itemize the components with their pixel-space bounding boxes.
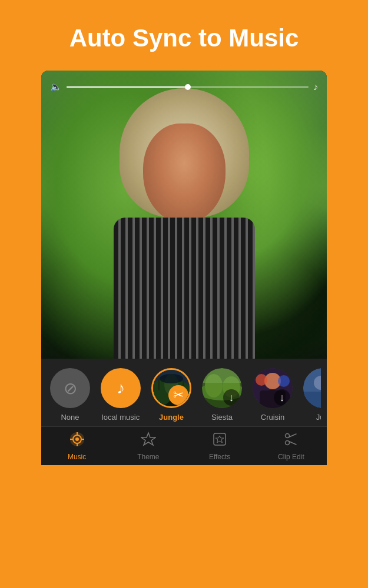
tab-music[interactable]: Music	[41, 427, 112, 465]
music-circle-ju	[303, 368, 321, 408]
svg-point-19	[256, 374, 267, 386]
shirt-element	[114, 218, 255, 359]
music-label-cruisin: Cruisin	[261, 413, 284, 422]
siesta-download-icon: ↓	[223, 389, 240, 406]
volume-icon: 🔈	[50, 81, 62, 92]
svg-marker-34	[216, 436, 224, 443]
jungle-scissors-icon: ✂	[168, 385, 188, 405]
tab-theme-label: Theme	[137, 453, 159, 461]
svg-point-7	[160, 374, 183, 383]
svg-rect-5	[158, 379, 160, 390]
music-circle-siesta: ↓	[202, 368, 242, 408]
bottom-nav: Music Theme Effects	[41, 426, 327, 465]
tab-effects[interactable]: Effects	[184, 427, 256, 465]
person-photo	[108, 88, 261, 359]
music-item-siesta[interactable]: ↓ Siesta	[202, 368, 242, 422]
svg-marker-32	[141, 433, 155, 445]
music-item-cruisin[interactable]: ↓ Cruisin	[253, 368, 293, 422]
svg-rect-13	[202, 368, 242, 383]
music-item-ju[interactable]: Ju...	[303, 368, 321, 422]
music-items-list: ⊘ None ♪ local music	[47, 368, 321, 422]
header: Auto Sync to Music	[0, 0, 368, 71]
clip-edit-tab-icon	[283, 432, 299, 450]
music-label-local: local music	[102, 413, 140, 422]
music-selector: ⊘ None ♪ local music	[41, 359, 327, 426]
effects-tab-icon	[212, 432, 227, 450]
cruisin-download-icon: ↓	[274, 389, 290, 406]
progress-dot	[185, 84, 191, 90]
tab-effects-label: Effects	[209, 453, 230, 461]
tab-music-label: Music	[68, 453, 86, 461]
svg-point-20	[278, 375, 290, 387]
music-item-local[interactable]: ♪ local music	[101, 368, 141, 422]
svg-rect-23	[303, 392, 321, 408]
music-label-siesta: Siesta	[211, 413, 233, 422]
music-circle-jungle: ✂	[151, 368, 191, 408]
tab-theme[interactable]: Theme	[112, 427, 184, 465]
music-note-icon: ♪	[313, 82, 318, 92]
theme-tab-icon	[141, 432, 156, 450]
music-label-jungle: Jungle	[159, 413, 184, 422]
video-area: 🔈 ♪	[41, 71, 327, 359]
music-label-ju: Ju...	[316, 413, 321, 422]
svg-point-27	[75, 437, 79, 441]
music-circle-cruisin: ↓	[253, 368, 293, 408]
progress-track[interactable]	[67, 86, 309, 88]
jungle-inner: ✂	[153, 370, 190, 406]
music-item-jungle[interactable]: ✂ Jungle	[151, 368, 191, 422]
music-tab-icon	[69, 432, 85, 450]
svg-line-37	[289, 434, 297, 437]
tab-clip-edit[interactable]: Clip Edit	[256, 427, 327, 465]
page-title: Auto Sync to Music	[12, 24, 356, 53]
music-circle-none: ⊘	[50, 368, 90, 408]
progress-bar-area[interactable]: 🔈 ♪	[50, 81, 318, 92]
music-label-none: None	[61, 413, 79, 422]
music-circle-local: ♪	[101, 368, 141, 408]
music-item-none[interactable]: ⊘ None	[50, 368, 90, 422]
tab-clip-edit-label: Clip Edit	[278, 453, 304, 461]
face-element	[143, 123, 226, 223]
progress-fill	[67, 86, 188, 88]
svg-line-38	[289, 441, 297, 445]
slash-icon: ⊘	[64, 379, 77, 398]
music-icon: ♪	[117, 379, 125, 397]
phone-mockup: 🔈 ♪ ⊘ None ♪ local music	[41, 71, 327, 465]
